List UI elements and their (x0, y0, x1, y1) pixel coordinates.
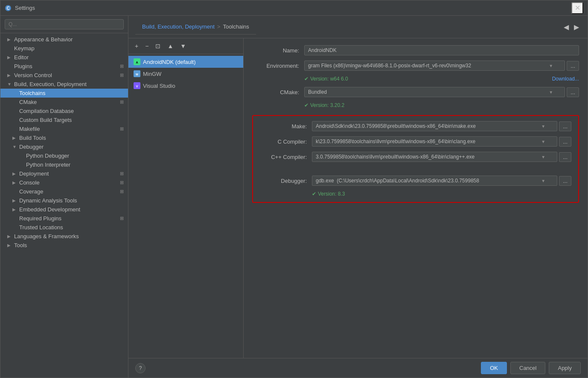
config-panel: Name: Environment: ▼ (244, 38, 588, 358)
settings-tree: ▶ Appearance & Behavior Keymap ▶ Editor … (0, 33, 128, 378)
sidebar-item-makefile[interactable]: Makefile ⊞ (0, 124, 128, 133)
breadcrumb-parent[interactable]: Build, Execution, Deployment (142, 23, 215, 30)
sidebar-item-python-interpreter[interactable]: Python Interpreter (0, 160, 128, 169)
environment-input[interactable] (304, 61, 565, 71)
cancel-button[interactable]: Cancel (510, 362, 545, 374)
expand-icon: ▶ (7, 234, 12, 239)
sidebar-item-label: Python Debugger (26, 153, 69, 159)
sidebar-item-required-plugins[interactable]: Required Plugins ⊞ (0, 214, 128, 223)
sidebar-item-build-tools[interactable]: ▶ Build Tools (0, 133, 128, 142)
reqplugins-ext-icon: ⊞ (120, 216, 124, 221)
sidebar-item-keymap[interactable]: Keymap (0, 44, 128, 53)
mingw-icon: M (134, 70, 140, 77)
close-button[interactable]: ✕ (571, 2, 583, 14)
ok-button[interactable]: OK (481, 362, 507, 374)
move-down-toolchain-button[interactable]: ▼ (177, 41, 189, 51)
cpp-compiler-input[interactable] (312, 152, 557, 162)
environment-browse-button[interactable]: ... (567, 61, 579, 71)
cmake-row: CMake: ▼ ... (252, 87, 579, 97)
sidebar-item-dynamic-analysis[interactable]: ▶ Dynamic Analysis Tools (0, 196, 128, 205)
remove-toolchain-button[interactable]: − (142, 41, 151, 51)
search-input[interactable] (5, 19, 124, 29)
sidebar-item-custom-build[interactable]: Custom Build Targets (0, 115, 128, 124)
cmake-ext-icon: ⊞ (120, 99, 124, 105)
sidebar-item-version-control[interactable]: ▶ Version Control ⊞ (0, 71, 128, 80)
sidebar-item-cmake[interactable]: CMake ⊞ (0, 98, 128, 107)
sidebar-item-plugins[interactable]: Plugins ⊞ (0, 62, 128, 71)
sidebar-item-label: Python Interpreter (26, 162, 70, 168)
svg-text:V: V (136, 85, 138, 88)
sidebar-item-compilation-db[interactable]: Compilation Database (0, 107, 128, 115)
nav-back-button[interactable]: ◀ (562, 21, 571, 33)
c-compiler-input[interactable] (312, 136, 557, 147)
nav-forward-button[interactable]: ▶ (572, 21, 581, 33)
bottom-bar: ? OK Cancel Apply (128, 358, 588, 378)
sidebar-item-tools[interactable]: ▶ Tools (0, 241, 128, 250)
sidebar-item-build-exec[interactable]: ▼ Build, Execution, Deployment (0, 80, 128, 89)
cpp-compiler-browse-button[interactable]: ... (559, 152, 571, 162)
debugger-input[interactable] (312, 176, 557, 186)
make-input[interactable] (312, 121, 557, 131)
move-up-toolchain-button[interactable]: ▲ (164, 41, 176, 51)
debugger-browse-button[interactable]: ... (559, 176, 571, 186)
expand-icon: ▼ (12, 144, 17, 149)
sidebar-item-debugger[interactable]: ▼ Debugger (0, 142, 128, 151)
expand-icon: ▶ (7, 73, 12, 78)
expand-icon: ▶ (12, 207, 17, 212)
sidebar-item-label: Editor (14, 54, 29, 61)
sidebar-item-label: Build Tools (19, 135, 46, 141)
expand-icon: ▶ (7, 37, 12, 42)
spacer (260, 167, 571, 170)
sidebar-item-appearance[interactable]: ▶ Appearance & Behavior (0, 35, 128, 44)
sidebar-item-coverage[interactable]: Coverage ⊞ (0, 187, 128, 196)
cmake-version-text: Version: 3.20.2 (310, 102, 344, 108)
name-input[interactable] (304, 45, 579, 55)
cmake-input[interactable] (304, 87, 565, 97)
toolchain-entry-vs[interactable]: V Visual Studio (128, 80, 243, 92)
vs-icon: V (134, 82, 140, 89)
toolchain-entry-mingw[interactable]: M MinGW (128, 68, 243, 80)
debugger-select-wrapper: ▼ (312, 176, 557, 186)
download-link[interactable]: Download... (552, 76, 579, 82)
sidebar-item-label: Deployment (19, 170, 49, 177)
environment-label: Environment: (252, 63, 299, 69)
sidebar-item-label: Trusted Locations (19, 224, 63, 231)
highlighted-config-section: Make: ▼ ... (252, 115, 579, 203)
cpp-compiler-select-wrapper: ▼ (312, 152, 557, 162)
sidebar-item-label: CMake (19, 99, 37, 105)
help-button[interactable]: ? (135, 363, 146, 373)
name-row: Name: (252, 45, 579, 55)
sidebar-item-trusted-locations[interactable]: Trusted Locations (0, 223, 128, 232)
vc-ext-icon: ⊞ (120, 72, 124, 78)
name-label: Name: (252, 47, 299, 54)
copy-toolchain-button[interactable]: ⊡ (152, 41, 163, 51)
sidebar-item-label: Debugger (19, 144, 44, 150)
sidebar-item-deployment[interactable]: ▶ Deployment ⊞ (0, 169, 128, 178)
sidebar-item-console[interactable]: ▶ Console ⊞ (0, 178, 128, 187)
sidebar-item-editor[interactable]: ▶ Editor (0, 53, 128, 62)
toolchain-entry-android[interactable]: A AndroidNDK (default) (128, 56, 243, 68)
make-browse-button[interactable]: ... (559, 121, 571, 131)
c-compiler-row: C Compiler: ▼ ... (260, 136, 571, 147)
sidebar-item-embedded-dev[interactable]: ▶ Embedded Development (0, 205, 128, 214)
c-compiler-browse-button[interactable]: ... (559, 137, 571, 147)
toolchain-entries: A AndroidNDK (default) M (128, 54, 243, 358)
sidebar-item-label: Build, Execution, Deployment (14, 81, 87, 87)
sidebar-item-toolchains[interactable]: Toolchains (0, 89, 128, 98)
cpp-compiler-label: C++ Compiler: (260, 154, 307, 160)
cmake-browse-button[interactable]: ... (567, 87, 579, 97)
makefile-ext-icon: ⊞ (120, 126, 124, 132)
main-content: ▶ Appearance & Behavior Keymap ▶ Editor … (0, 16, 588, 378)
sidebar-item-python-debugger[interactable]: Python Debugger (0, 151, 128, 160)
sidebar-item-languages[interactable]: ▶ Languages & Frameworks (0, 232, 128, 241)
apply-button[interactable]: Apply (549, 362, 581, 374)
sidebar: ▶ Appearance & Behavior Keymap ▶ Editor … (0, 16, 128, 378)
environment-version-text: Version: w64 6.0 (310, 76, 348, 82)
add-toolchain-button[interactable]: + (132, 41, 141, 51)
make-row: Make: ▼ ... (260, 121, 571, 131)
checkmark-icon: ✔ (304, 102, 309, 108)
checkmark-icon: ✔ (304, 76, 309, 82)
debugger-row: Debugger: ▼ ... (260, 176, 571, 186)
expand-icon: ▶ (7, 243, 12, 248)
sidebar-item-label: Tools (14, 242, 27, 248)
